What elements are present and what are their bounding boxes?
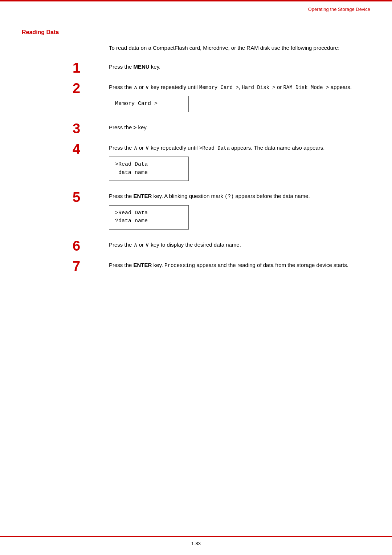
step-5-bold: ENTER [134, 193, 152, 199]
step-number-7: 7 [73, 259, 102, 273]
lcd-box-4: >Read Data data name [109, 157, 189, 181]
step-1-content: Press the MENU key. [109, 60, 370, 71]
step-number-5: 5 [73, 190, 102, 204]
top-rule [0, 0, 392, 1]
step-6: 6 Press the ∧ or ∨ key to display the de… [22, 238, 370, 253]
lcd-line-5-1: >Read Data [115, 209, 183, 218]
header-text: Operating the Storage Device [308, 7, 370, 12]
step-number-6: 6 [73, 238, 102, 253]
lcd-line-4-2: data name [115, 169, 183, 177]
step-2: 2 Press the ∧ or ∨ key repeatedly until … [22, 81, 370, 115]
step-2-code: Memory Card > [199, 85, 239, 90]
step-3-bold: > [134, 124, 137, 130]
lcd-box-2: Memory Card > [109, 96, 189, 112]
bottom-rule [0, 536, 392, 537]
step-number-4: 4 [73, 141, 102, 156]
content-area: Reading Data To read data on a CompactFl… [22, 29, 370, 526]
step-5-content: Press the ENTER key. A blinking question… [109, 190, 370, 232]
step-7-content: Press the ENTER key. Processing appears … [109, 259, 370, 270]
step-4: 4 Press the ∧ or ∨ key repeatedly until … [22, 141, 370, 184]
lcd-line-4-1: >Read Data [115, 161, 183, 169]
step-number-1: 1 [73, 60, 102, 75]
step-number-2: 2 [73, 81, 102, 95]
step-1: 1 Press the MENU key. [22, 60, 370, 75]
step-2-code2: Hard Disk > [242, 85, 275, 90]
lcd-line-5-2: ?data name [115, 217, 183, 226]
step-2-content: Press the ∧ or ∨ key repeatedly until Me… [109, 81, 370, 115]
section-title: Reading Data [22, 29, 370, 36]
lcd-box-5: >Read Data ?data name [109, 205, 189, 230]
step-7: 7 Press the ENTER key. Processing appear… [22, 259, 370, 273]
step-number-3: 3 [73, 121, 102, 135]
step-2-code3: RAM Disk Mode > [283, 85, 329, 90]
step-3: 3 Press the > key. [22, 121, 370, 135]
header-label: Operating the Storage Device [308, 7, 370, 12]
step-6-content: Press the ∧ or ∨ key to display the desi… [109, 238, 370, 249]
step-5-code: (?) [225, 194, 234, 199]
footer-page-number: 1-83 [191, 541, 201, 546]
step-1-bold: MENU [134, 64, 150, 70]
step-4-code: >Read Data [199, 145, 230, 151]
lcd-line-2-1: Memory Card > [115, 100, 183, 108]
step-3-content: Press the > key. [109, 121, 370, 132]
intro-paragraph: To read data on a CompactFlash card, Mic… [109, 44, 370, 52]
step-7-code: Processing [164, 263, 195, 268]
step-7-bold: ENTER [134, 262, 152, 268]
step-5: 5 Press the ENTER key. A blinking questi… [22, 190, 370, 232]
step-4-content: Press the ∧ or ∨ key repeatedly until >R… [109, 141, 370, 184]
